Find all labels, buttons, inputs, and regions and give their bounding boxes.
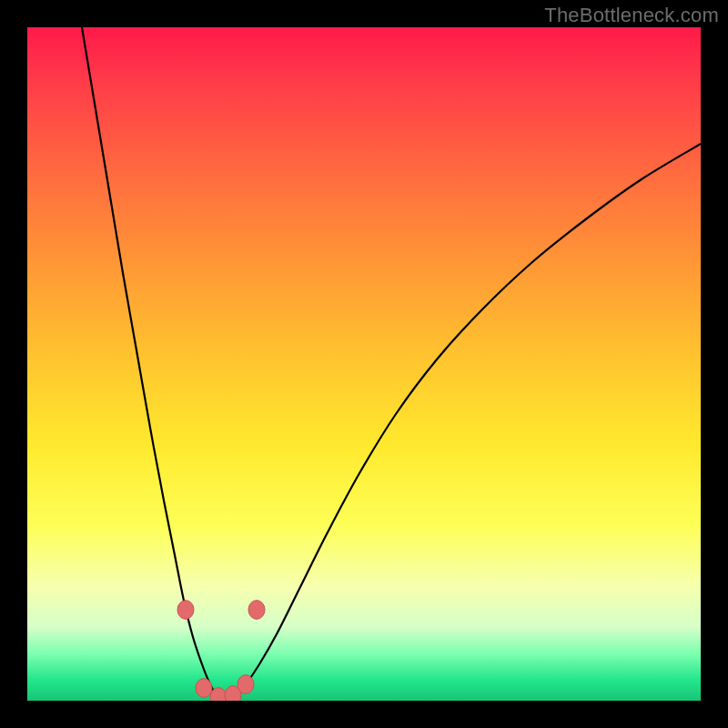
curve-right-branch: [235, 144, 701, 696]
curve-marker: [238, 675, 254, 694]
plot-area: [27, 27, 701, 701]
curve-marker: [248, 601, 265, 620]
curve-marker: [177, 601, 194, 620]
chart-frame: TheBottleneck.com: [0, 0, 728, 728]
curve-markers: [177, 601, 265, 701]
curve-marker: [196, 679, 212, 698]
watermark-text: TheBottleneck.com: [544, 4, 719, 27]
bottleneck-curve: [27, 27, 701, 701]
curve-left-branch: [82, 27, 217, 696]
